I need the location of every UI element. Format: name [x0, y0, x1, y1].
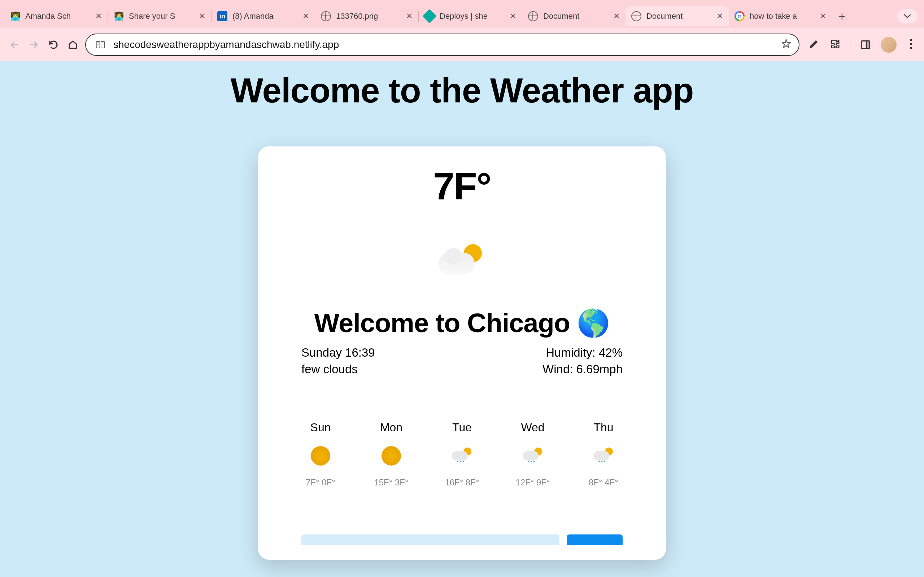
current-weather-icon: [287, 244, 637, 279]
sun-icon: [380, 445, 402, 467]
shecodes-icon: 👩‍💻: [114, 11, 124, 21]
tab-title: (8) Amanda: [233, 11, 297, 21]
forecast-day-label: Wed: [521, 421, 544, 434]
sidepanel-icon: [861, 40, 871, 50]
netlify-icon: [425, 11, 435, 21]
search-input[interactable]: [301, 534, 559, 545]
forward-button[interactable]: [27, 37, 41, 52]
tab-title: how to take a: [750, 11, 815, 21]
toolbar: shecodesweatherappbyamandaschwab.netlify…: [0, 28, 924, 61]
star-icon: [781, 39, 792, 49]
tab-5[interactable]: Deploys | she ✕: [419, 6, 522, 26]
toolbar-divider: [850, 37, 850, 52]
sidepanel-button[interactable]: [859, 38, 872, 51]
reload-icon: [48, 39, 59, 50]
expand-tabs-button[interactable]: [897, 9, 918, 23]
back-button[interactable]: [7, 37, 22, 52]
rain-icon: •••: [593, 445, 614, 467]
url-text: shecodesweatherappbyamandaschwab.netlify…: [113, 39, 775, 50]
tab-bar: 👩‍💻 Amanda Sch ✕ 👩‍💻 Share your S ✕ in (…: [0, 0, 924, 28]
forecast-day-tue: Tue ••• 16F° 8F°: [435, 421, 489, 488]
arrow-right-icon: [29, 39, 39, 50]
svg-point-7: [910, 39, 912, 41]
profile-avatar[interactable]: [881, 37, 897, 53]
home-button[interactable]: [66, 37, 80, 52]
forecast-temps: 8F° 4F°: [589, 477, 618, 488]
forecast-day-label: Sun: [310, 421, 331, 434]
current-temperature: 7F°: [287, 164, 637, 208]
linkedin-icon: in: [217, 11, 228, 21]
bookmark-button[interactable]: [781, 39, 792, 51]
chevron-down-icon: [904, 14, 911, 18]
tab-2[interactable]: 👩‍💻 Share your S ✕: [108, 6, 211, 26]
extensions-button[interactable]: [828, 38, 842, 51]
city-heading: Welcome to Chicago 🌎: [287, 307, 637, 338]
close-icon[interactable]: ✕: [95, 11, 102, 21]
eyedropper-icon: [808, 39, 819, 50]
svg-rect-1: [101, 42, 105, 48]
eyedropper-button[interactable]: [807, 38, 820, 51]
tab-title: Deploys | she: [439, 11, 505, 21]
sun-icon: [310, 445, 331, 467]
forecast-day-label: Thu: [593, 421, 613, 434]
tab-title: Document: [543, 11, 608, 21]
forecast-day-wed: Wed ••• 12F° 9F°: [506, 421, 560, 488]
forecast-day-mon: Mon 15F° 3F°: [364, 421, 418, 488]
close-icon[interactable]: ✕: [406, 11, 412, 21]
search-form: [287, 534, 637, 545]
weather-details: Sunday 16:39 few clouds Humidity: 42% Wi…: [287, 344, 637, 377]
puzzle-icon: [829, 39, 840, 50]
humidity-text: Humidity: 42%: [543, 344, 623, 361]
details-right: Humidity: 42% Wind: 6.69mph: [543, 344, 623, 377]
search-button[interactable]: [567, 534, 623, 545]
menu-button[interactable]: [905, 39, 917, 51]
close-icon[interactable]: ✕: [716, 11, 723, 21]
url-bar[interactable]: shecodesweatherappbyamandaschwab.netlify…: [85, 34, 800, 56]
datetime-text: Sunday 16:39: [301, 344, 375, 361]
home-icon: [68, 39, 78, 50]
svg-point-9: [910, 47, 912, 49]
tab-3[interactable]: in (8) Amanda ✕: [212, 6, 315, 26]
forecast-day-thu: Thu ••• 8F° 4F°: [577, 421, 630, 488]
reload-button[interactable]: [46, 37, 61, 52]
tab-8[interactable]: how to take a ✕: [729, 6, 832, 26]
forecast-temps: 12F° 9F°: [515, 477, 550, 488]
details-left: Sunday 16:39 few clouds: [301, 344, 375, 377]
close-icon[interactable]: ✕: [510, 11, 516, 21]
rain-icon: •••: [522, 445, 544, 467]
toolbar-right: [804, 37, 917, 53]
forecast-temps: 7F° 0F°: [306, 477, 335, 488]
tab-7-active[interactable]: Document ✕: [625, 6, 729, 26]
partly-cloudy-icon: [439, 244, 485, 279]
globe-icon: [631, 11, 641, 21]
forecast-temps: 15F° 3F°: [374, 477, 408, 488]
google-icon: [735, 11, 745, 21]
tab-title: Document: [646, 11, 711, 21]
close-icon[interactable]: ✕: [820, 11, 826, 21]
globe-icon: [321, 11, 331, 21]
tab-4[interactable]: 133760.png ✕: [315, 6, 418, 26]
browser-chrome: 👩‍💻 Amanda Sch ✕ 👩‍💻 Share your S ✕ in (…: [0, 0, 924, 61]
tab-title: Share your S: [129, 11, 194, 21]
site-info-icon[interactable]: [93, 39, 108, 50]
svg-rect-6: [866, 41, 869, 49]
wind-text: Wind: 6.69mph: [543, 361, 623, 377]
new-tab-button[interactable]: +: [838, 10, 846, 23]
close-icon[interactable]: ✕: [199, 11, 205, 21]
tab-title: Amanda Sch: [25, 11, 90, 21]
tab-6[interactable]: Document ✕: [522, 6, 625, 26]
globe-icon: [528, 11, 538, 21]
arrow-left-icon: [9, 39, 20, 50]
close-icon[interactable]: ✕: [302, 11, 309, 21]
forecast-day-sun: Sun 7F° 0F°: [294, 421, 347, 488]
page-content: Welcome to the Weather app 7F° Welcome t…: [0, 61, 924, 577]
weather-card: 7F° Welcome to Chicago 🌎 Sunday 16:39 fe…: [258, 147, 666, 560]
rain-icon: •••: [451, 445, 473, 467]
tab-1[interactable]: 👩‍💻 Amanda Sch ✕: [4, 6, 108, 26]
shecodes-icon: 👩‍💻: [10, 11, 20, 21]
forecast-day-label: Tue: [452, 421, 472, 434]
tab-title: 133760.png: [336, 11, 401, 21]
close-icon[interactable]: ✕: [613, 11, 620, 21]
dots-vertical-icon: [909, 39, 913, 49]
forecast-day-label: Mon: [380, 421, 402, 434]
